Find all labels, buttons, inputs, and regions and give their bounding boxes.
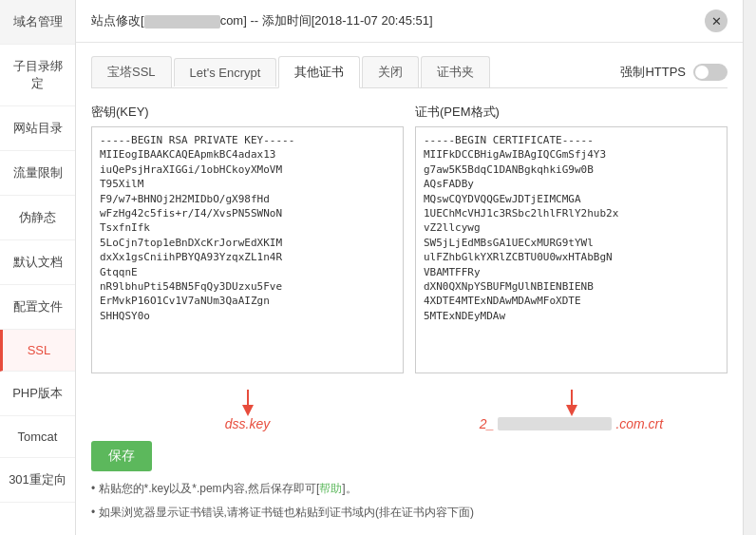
cert-domain-blurred <box>498 417 612 430</box>
sidebar-item-ssl[interactable]: SSL <box>0 330 75 372</box>
cert-textarea-wrapper: -----BEGIN CERTIFICATE----- MIIFkDCCBHig… <box>415 126 728 376</box>
key-filename-label: dss.key <box>225 416 270 431</box>
sidebar-item-subdir[interactable]: 子目录绑定 <box>0 45 75 106</box>
bottom-area: 保存 • 粘贴您的*.key以及*.pem内容,然后保存即可[帮助]。 • 如果… <box>91 441 728 526</box>
sidebar-item-traffic[interactable]: 流量限制 <box>0 151 75 196</box>
cert-filename-label: 2_.com.crt <box>480 416 663 431</box>
force-https-label: 强制HTTPS <box>620 64 686 81</box>
sidebar-item-default-doc[interactable]: 默认文档 <box>0 240 75 285</box>
force-https-toggle[interactable] <box>693 64 728 81</box>
key-annotation: dss.key <box>91 388 404 431</box>
key-label: 密钥(KEY) <box>91 104 404 121</box>
sidebar-item-config[interactable]: 配置文件 <box>0 285 75 330</box>
key-textarea-wrapper: -----BEGIN RSA PRIVATE KEY----- MIIEogIB… <box>91 126 404 376</box>
key-textarea[interactable]: -----BEGIN RSA PRIVATE KEY----- MIIEogIB… <box>91 126 404 373</box>
tab-bar: 宝塔SSL Let's Encrypt 其他证书 关闭 证书夹 强制HTTPS <box>91 56 728 88</box>
sidebar-item-php[interactable]: PHP版本 <box>0 372 75 416</box>
sidebar-item-redirect[interactable]: 301重定向 <box>0 458 75 503</box>
sidebar-item-domain[interactable]: 域名管理 <box>0 0 75 45</box>
page-title: 站点修改[com] -- 添加时间[2018-11-07 20:45:51] <box>91 12 433 29</box>
close-icon[interactable]: ✕ <box>705 10 728 32</box>
tab-lets-encrypt[interactable]: Let's Encrypt <box>174 58 277 86</box>
sidebar-item-pseudo[interactable]: 伪静态 <box>0 196 75 240</box>
sidebar: 域名管理 子目录绑定 网站目录 流量限制 伪静态 默认文档 配置文件 SSL P… <box>0 0 76 535</box>
sidebar-item-webdir[interactable]: 网站目录 <box>0 106 75 151</box>
cert-columns: 密钥(KEY) -----BEGIN RSA PRIVATE KEY----- … <box>91 104 728 376</box>
cert-arrow-icon <box>558 388 586 416</box>
cert-column: 证书(PEM格式) -----BEGIN CERTIFICATE----- MI… <box>415 104 728 376</box>
tab-close[interactable]: 关闭 <box>362 56 419 87</box>
cert-label: 证书(PEM格式) <box>415 104 728 121</box>
tab-other-cert[interactable]: 其他证书 <box>278 56 360 88</box>
cert-annotation: 2_.com.crt <box>415 388 728 431</box>
key-column: 密钥(KEY) -----BEGIN RSA PRIVATE KEY----- … <box>91 104 404 376</box>
right-scrollbar <box>743 0 756 535</box>
header-bar: 站点修改[com] -- 添加时间[2018-11-07 20:45:51] ✕ <box>76 0 743 43</box>
content-area: 宝塔SSL Let's Encrypt 其他证书 关闭 证书夹 强制HTTPS <box>76 43 743 535</box>
domain-blurred <box>144 15 220 29</box>
tab-cert-folder[interactable]: 证书夹 <box>421 56 490 87</box>
tab-baota-ssl[interactable]: 宝塔SSL <box>91 56 172 87</box>
save-button[interactable]: 保存 <box>91 441 152 471</box>
help-link[interactable]: 帮助 <box>319 482 342 495</box>
main-content: 站点修改[com] -- 添加时间[2018-11-07 20:45:51] ✕… <box>76 0 743 535</box>
hint-2: • 如果浏览器显示证书错误,请将证书链也粘贴到证书域内(排在证书内容下面) <box>91 505 728 521</box>
force-https-section: 强制HTTPS <box>620 64 728 81</box>
hint-1: • 粘贴您的*.key以及*.pem内容,然后保存即可[帮助]。 <box>91 481 728 497</box>
annotation-area: dss.key 2_.com.crt <box>91 388 728 431</box>
sidebar-item-tomcat[interactable]: Tomcat <box>0 416 75 458</box>
cert-textarea[interactable]: -----BEGIN CERTIFICATE----- MIIFkDCCBHig… <box>415 126 728 373</box>
key-arrow-icon <box>234 388 262 416</box>
